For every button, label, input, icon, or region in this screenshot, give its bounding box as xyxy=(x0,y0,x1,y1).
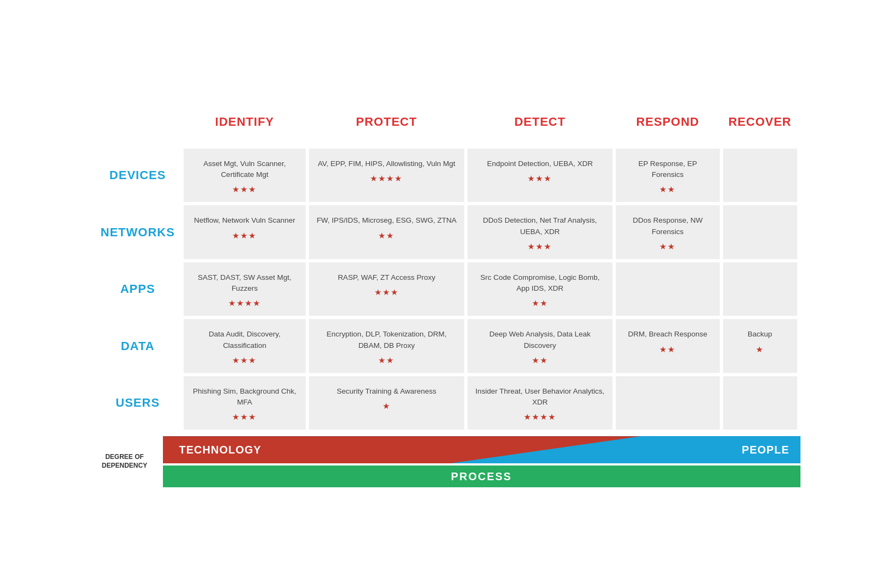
cell-networks-2: DDoS Detection, Net Traf Analysis, UEBA,… xyxy=(468,205,612,259)
cell-apps-2: Src Code Compromise, Logic Bomb, App IDS… xyxy=(468,262,612,316)
cell-users-0: Phishing Sim, Background Chk, MFA★★★ xyxy=(184,376,306,430)
cell-text-apps-1: RASP, WAF, ZT Access Proxy xyxy=(315,272,458,283)
cell-text-data-3: DRM, Breach Response xyxy=(622,329,713,340)
row-label-apps: APPS xyxy=(95,262,180,316)
cell-text-apps-0: SAST, DAST, SW Asset Mgt, Fuzzers xyxy=(190,272,299,295)
stars-apps-0: ★★★★ xyxy=(228,298,261,308)
stars-networks-0: ★★★ xyxy=(232,231,257,240)
header-detect: DETECT xyxy=(468,104,612,145)
stars-networks-1: ★★ xyxy=(378,231,395,240)
cell-text-data-0: Data Audit, Discovery, Classification xyxy=(190,329,299,351)
cell-text-users-0: Phishing Sim, Background Chk, MFA xyxy=(190,386,299,408)
stars-apps-1: ★★★ xyxy=(374,287,399,297)
cell-devices-1: AV, EPP, FIM, HIPS, Allowlisting, Vuln M… xyxy=(309,149,464,203)
cell-networks-3: DDos Response, NW Forensics★★ xyxy=(616,205,720,259)
framework-table: IDENTIFY PROTECT DETECT RESPOND RECOVER … xyxy=(92,101,800,433)
stars-devices-2: ★★★ xyxy=(527,174,552,183)
cell-data-2: Deep Web Analysis, Data Leak Discovery★★ xyxy=(468,319,612,373)
row-label-networks: NETWORKS xyxy=(95,205,180,259)
header-protect: PROTECT xyxy=(309,104,464,145)
cell-users-4 xyxy=(723,376,797,430)
stars-data-0: ★★★ xyxy=(232,356,257,365)
bars-container: TECHNOLOGY PEOPLE PROCESS xyxy=(163,436,800,487)
stars-data-3: ★★ xyxy=(659,345,676,354)
cell-text-data-1: Encryption, DLP, Tokenization, DRM, DBAM… xyxy=(315,329,458,351)
empty-header xyxy=(95,104,180,145)
cell-text-users-2: Insider Threat, User Behavior Analytics,… xyxy=(474,386,606,408)
cell-text-apps-2: Src Code Compromise, Logic Bomb, App IDS… xyxy=(474,272,606,295)
bar-wrapper: DEGREE OFDEPENDENCY TECHNOLOGY PEOPLE PR… xyxy=(92,436,800,487)
degree-label: DEGREE OFDEPENDENCY xyxy=(92,454,157,470)
people-label: PEOPLE xyxy=(742,444,789,456)
cell-text-networks-0: Netflow, Network Vuln Scanner xyxy=(190,215,299,226)
header-respond: RESPOND xyxy=(616,104,720,145)
stars-apps-2: ★★ xyxy=(532,298,548,308)
cell-data-0: Data Audit, Discovery, Classification★★★ xyxy=(184,319,306,373)
cell-networks-1: FW, IPS/IDS, Microseg, ESG, SWG, ZTNA★★ xyxy=(309,205,464,259)
technology-label: TECHNOLOGY xyxy=(179,444,262,456)
stars-users-2: ★★★★ xyxy=(524,412,556,421)
main-container: IDENTIFY PROTECT DETECT RESPOND RECOVER … xyxy=(92,101,800,488)
cell-data-3: DRM, Breach Response★★ xyxy=(616,319,720,373)
stars-devices-1: ★★★★ xyxy=(370,174,403,183)
cell-text-users-1: Security Training & Awareness xyxy=(315,386,458,397)
cell-devices-4 xyxy=(723,149,797,203)
cell-text-networks-3: DDos Response, NW Forensics xyxy=(622,215,713,237)
cell-users-1: Security Training & Awareness★ xyxy=(309,376,464,430)
stars-networks-3: ★★ xyxy=(659,242,676,251)
stars-users-1: ★ xyxy=(383,401,391,411)
cell-text-networks-1: FW, IPS/IDS, Microseg, ESG, SWG, ZTNA xyxy=(315,215,458,226)
cell-networks-4 xyxy=(723,205,797,259)
row-label-data: DATA xyxy=(95,319,180,373)
row-label-devices: DEVICES xyxy=(95,149,180,203)
bottom-section: DEGREE OFDEPENDENCY TECHNOLOGY PEOPLE PR… xyxy=(92,436,800,487)
technology-bar: TECHNOLOGY PEOPLE xyxy=(163,436,800,463)
stars-data-4: ★ xyxy=(756,345,764,354)
cell-data-4: Backup★ xyxy=(723,319,797,373)
cell-apps-0: SAST, DAST, SW Asset Mgt, Fuzzers★★★★ xyxy=(184,262,306,316)
stars-networks-2: ★★★ xyxy=(527,242,552,251)
cell-devices-3: EP Response, EP Forensics★★ xyxy=(616,149,720,203)
stars-data-2: ★★ xyxy=(532,356,548,365)
cell-text-networks-2: DDoS Detection, Net Traf Analysis, UEBA,… xyxy=(474,215,606,237)
cell-devices-2: Endpoint Detection, UEBA, XDR★★★ xyxy=(468,149,612,203)
process-label: PROCESS xyxy=(451,470,512,483)
cell-users-2: Insider Threat, User Behavior Analytics,… xyxy=(468,376,612,430)
stars-users-0: ★★★ xyxy=(232,412,257,421)
cell-apps-1: RASP, WAF, ZT Access Proxy★★★ xyxy=(309,262,464,316)
stars-data-1: ★★ xyxy=(378,356,395,365)
cell-users-3 xyxy=(616,376,720,430)
cell-text-devices-2: Endpoint Detection, UEBA, XDR xyxy=(474,158,606,169)
cell-text-devices-3: EP Response, EP Forensics xyxy=(622,158,713,181)
cell-networks-0: Netflow, Network Vuln Scanner★★★ xyxy=(184,205,306,259)
cell-apps-3 xyxy=(616,262,720,316)
cell-text-data-4: Backup xyxy=(730,329,791,340)
header-identify: IDENTIFY xyxy=(184,104,306,145)
cell-text-devices-1: AV, EPP, FIM, HIPS, Allowlisting, Vuln M… xyxy=(315,158,458,169)
process-bar: PROCESS xyxy=(163,465,800,487)
cell-devices-0: Asset Mgt, Vuln Scanner, Certificate Mgt… xyxy=(184,149,306,203)
cell-text-data-2: Deep Web Analysis, Data Leak Discovery xyxy=(474,329,606,351)
cell-text-devices-0: Asset Mgt, Vuln Scanner, Certificate Mgt xyxy=(190,158,299,181)
cell-data-1: Encryption, DLP, Tokenization, DRM, DBAM… xyxy=(309,319,464,373)
cell-apps-4 xyxy=(723,262,797,316)
row-label-users: USERS xyxy=(95,376,180,430)
header-recover: RECOVER xyxy=(723,104,797,145)
stars-devices-3: ★★ xyxy=(659,185,676,194)
stars-devices-0: ★★★ xyxy=(232,185,257,194)
